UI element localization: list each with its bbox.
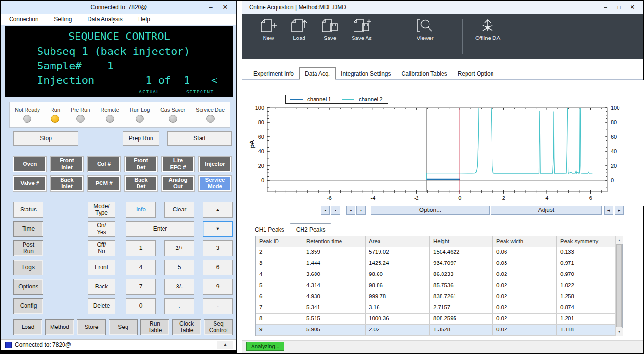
valve-button[interactable]: Valve # bbox=[13, 176, 46, 191]
tab-ch2-peaks[interactable]: CH2 Peaks bbox=[290, 223, 332, 236]
scroll-down-button[interactable]: ▼ bbox=[203, 221, 233, 237]
table-row-peak-5[interactable]: 54.31498.8685.75360.021.022 bbox=[256, 280, 622, 291]
table-scrollbar[interactable]: ▲ ▼ bbox=[615, 236, 622, 336]
save-as-method-button[interactable]: Save As bbox=[347, 18, 376, 41]
enter-button[interactable]: Enter bbox=[126, 221, 194, 237]
menu-setting[interactable]: Setting bbox=[54, 14, 72, 25]
load-method-button[interactable]: Load bbox=[287, 18, 312, 41]
col-button[interactable]: Col # bbox=[88, 157, 120, 172]
key-5[interactable]: 5 bbox=[164, 260, 194, 275]
right-titlebar[interactable]: Online Acquistion | Method:MDL.DMD – □ ✕ bbox=[242, 1, 643, 14]
key-4[interactable]: 4 bbox=[126, 260, 156, 275]
key-8-minus[interactable]: 8/- bbox=[164, 279, 194, 295]
adjust-button[interactable]: Adjust bbox=[491, 206, 602, 215]
column-header-height[interactable]: Height bbox=[430, 236, 493, 247]
y-scale-up-button[interactable]: ▲ bbox=[321, 206, 330, 215]
seq-control-button[interactable]: Seq Control bbox=[204, 319, 233, 335]
key-minus[interactable]: - bbox=[203, 298, 233, 314]
menu-connection[interactable]: Connection bbox=[9, 14, 38, 25]
clock-table-button[interactable]: Clock Table bbox=[172, 319, 201, 335]
tab-data-acq[interactable]: Data Acq. bbox=[299, 67, 336, 80]
column-header-peak-id[interactable]: Peak ID bbox=[256, 236, 303, 247]
service-mode-button[interactable]: Service Mode bbox=[199, 176, 231, 191]
close-icon[interactable]: ✕ bbox=[220, 2, 230, 12]
page-left-button[interactable]: ◀ bbox=[604, 206, 613, 215]
table-row-peak-6[interactable]: 64.930999.78838.72610.021.258 bbox=[256, 291, 622, 302]
column-header-area[interactable]: Area bbox=[366, 236, 430, 247]
lite-epc-button[interactable]: Lite EPC # bbox=[162, 157, 194, 172]
delete-button[interactable]: Delete bbox=[88, 298, 115, 314]
run-table-button[interactable]: Run Table bbox=[140, 319, 169, 335]
y-scale-down-button[interactable]: ▼ bbox=[331, 206, 340, 215]
scroll-down-icon[interactable]: ▼ bbox=[616, 328, 623, 336]
oven-button[interactable]: Oven bbox=[13, 157, 46, 172]
key-dot[interactable]: . bbox=[164, 298, 194, 314]
menu-help[interactable]: Help bbox=[138, 14, 150, 25]
key-9[interactable]: 9 bbox=[203, 279, 233, 295]
store-button[interactable]: Store bbox=[77, 319, 106, 335]
maximize-icon[interactable]: □ bbox=[614, 2, 624, 12]
column-header-peak-width[interactable]: Peak width bbox=[493, 236, 557, 247]
offline-da-button[interactable]: Offline DA bbox=[470, 18, 505, 41]
back-det-button[interactable]: Back Det bbox=[125, 176, 157, 191]
column-header-peak-symmetry[interactable]: Peak symmetry bbox=[557, 236, 615, 247]
key-6[interactable]: 6 bbox=[203, 260, 233, 275]
page-right-button[interactable]: ▶ bbox=[615, 206, 624, 215]
info-button[interactable]: Info bbox=[126, 202, 156, 218]
mode-type-button[interactable]: Mode/ Type bbox=[88, 202, 115, 218]
off-no-button[interactable]: Off/ No bbox=[88, 240, 115, 256]
config-button[interactable]: Config bbox=[13, 298, 43, 314]
start-button[interactable]: Start bbox=[167, 131, 232, 146]
minimize-icon[interactable]: – bbox=[205, 2, 216, 12]
table-row-peak-8[interactable]: 85.5151000.36808.25950.021.201 bbox=[256, 314, 622, 325]
prep-run-button[interactable]: Prep Run bbox=[123, 131, 159, 146]
stop-button[interactable]: Stop bbox=[13, 131, 78, 146]
tab-integration-settings[interactable]: Integration Settings bbox=[336, 68, 396, 79]
back-inlet-button[interactable]: Back Inlet bbox=[51, 176, 83, 191]
post-run-button[interactable]: Post Run bbox=[13, 240, 43, 256]
key-2-plus[interactable]: 2/+ bbox=[164, 240, 194, 256]
report-viewer-button[interactable]: Viewer bbox=[412, 18, 439, 41]
time-button[interactable]: Time bbox=[13, 221, 43, 237]
scroll-up-icon[interactable]: ▲ bbox=[616, 236, 623, 244]
tab-calibration-tables[interactable]: Calibration Tables bbox=[396, 68, 452, 79]
method-button[interactable]: Method bbox=[45, 319, 74, 335]
table-row-peak-7[interactable]: 75.3413.162.71570.020.874 bbox=[256, 302, 622, 314]
statusbar-collapse-button[interactable]: ▲ bbox=[217, 341, 233, 349]
tab-ch1-peaks[interactable]: CH1 Peaks bbox=[249, 224, 290, 236]
key-0[interactable]: 0 bbox=[126, 298, 156, 314]
injector-button[interactable]: Injector bbox=[199, 157, 231, 172]
load-button[interactable]: Load bbox=[13, 319, 42, 335]
save-method-button[interactable]: Save bbox=[317, 18, 342, 41]
key-3[interactable]: 3 bbox=[203, 240, 233, 256]
x-scale-up-button[interactable]: ▲ bbox=[346, 206, 355, 215]
option-button[interactable]: Option... bbox=[371, 206, 490, 215]
key-7[interactable]: 7 bbox=[126, 279, 156, 295]
menu-data-analysis[interactable]: Data Analysis bbox=[88, 14, 123, 25]
logs-button[interactable]: Logs bbox=[13, 260, 43, 275]
scroll-up-button[interactable]: ▲ bbox=[203, 202, 233, 218]
analog-out-button[interactable]: Analog Out bbox=[162, 176, 194, 191]
on-yes-button[interactable]: On/ Yes bbox=[88, 221, 115, 237]
back-button[interactable]: Back bbox=[88, 279, 115, 295]
new-method-button[interactable]: New bbox=[256, 18, 281, 41]
x-scale-down-button[interactable]: ▼ bbox=[356, 206, 366, 215]
front-inlet-button[interactable]: Front Inlet bbox=[51, 157, 83, 172]
table-row-peak-4[interactable]: 43.68098.6086.82330.020.970 bbox=[256, 269, 622, 280]
table-row-peak-2[interactable]: 21.3595719.021504.46220.060.133 bbox=[256, 247, 622, 258]
options-button[interactable]: Options bbox=[13, 279, 43, 295]
seq-button[interactable]: Seq bbox=[109, 319, 138, 335]
front-det-button[interactable]: Front Det bbox=[125, 157, 157, 172]
table-row-peak-9[interactable]: 95.9052.021.35280.021.118 bbox=[256, 325, 622, 336]
column-header-retention-time[interactable]: Retention time bbox=[303, 236, 366, 247]
pcm-button[interactable]: PCM # bbox=[88, 176, 120, 191]
left-titlebar[interactable]: Connected to: 7820@ – ✕ bbox=[1, 1, 236, 14]
key-1[interactable]: 1 bbox=[126, 240, 156, 256]
tab-report-option[interactable]: Report Option bbox=[453, 68, 499, 79]
scroll-thumb[interactable] bbox=[616, 244, 622, 327]
minimize-icon[interactable]: – bbox=[600, 2, 611, 12]
status-button[interactable]: Status bbox=[13, 202, 43, 218]
tab-experiment-info[interactable]: Experiment Info bbox=[248, 68, 299, 79]
table-row-peak-3[interactable]: 31.4441425.24934.70970.030.971 bbox=[256, 258, 622, 269]
front-button[interactable]: Front bbox=[88, 260, 115, 275]
